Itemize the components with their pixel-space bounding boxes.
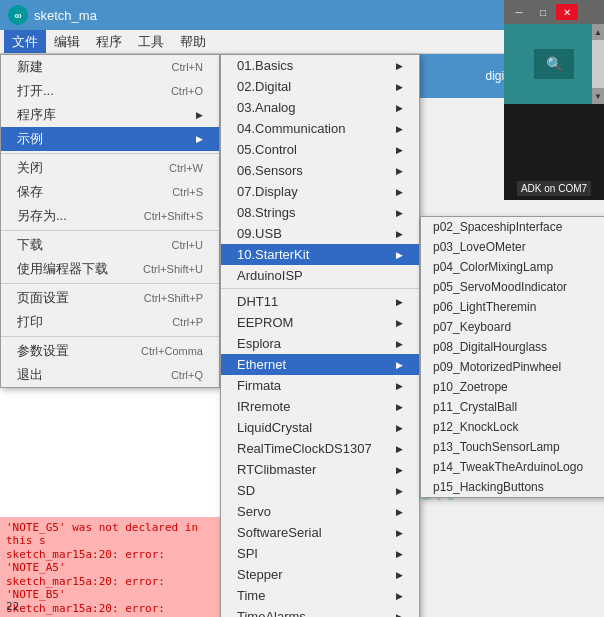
sep-3 <box>1 283 219 284</box>
example-05-control[interactable]: 05.Control <box>221 139 419 160</box>
error-area: 'NOTE_G5' was not declared in this s ske… <box>0 517 225 617</box>
example-07-display[interactable]: 07.Display <box>221 181 419 202</box>
sep-4 <box>1 336 219 337</box>
examples-sep-1 <box>221 288 419 289</box>
sw-close[interactable]: ✕ <box>556 4 578 20</box>
menu-close[interactable]: 关闭 Ctrl+W <box>1 156 219 180</box>
menu-save-as[interactable]: 另存为... Ctrl+Shift+S <box>1 204 219 228</box>
example-softwareserial[interactable]: SoftwareSerial <box>221 522 419 543</box>
sep-1 <box>1 153 219 154</box>
example-firmata[interactable]: Firmata <box>221 375 419 396</box>
error-title: 'NOTE_G5' was not declared in this s <box>6 521 219 547</box>
line-number: 22 <box>6 600 19 613</box>
menu-file[interactable]: 文件 <box>4 30 46 53</box>
menu-page-setup-shortcut: Ctrl+Shift+P <box>144 292 203 304</box>
example-spi[interactable]: SPI <box>221 543 419 564</box>
title-text: sketch_ma <box>34 8 514 23</box>
sw-search-button[interactable]: 🔍 <box>534 49 574 79</box>
example-arduinoisp[interactable]: ArduinoISP <box>221 265 419 286</box>
example-10-starterkit[interactable]: 10.StarterKit <box>221 244 419 265</box>
menu-save-shortcut: Ctrl+S <box>172 186 203 198</box>
second-window-bottom: ADK on COM7 <box>504 104 604 200</box>
menu-library[interactable]: 程序库 <box>1 103 219 127</box>
menu-upload-label: 下载 <box>17 236 43 254</box>
title-icon: ∞ <box>8 5 28 25</box>
sk-p13[interactable]: p13_TouchSensorLamp <box>421 437 604 457</box>
menu-page-setup[interactable]: 页面设置 Ctrl+Shift+P <box>1 286 219 310</box>
sw-minimize[interactable]: ─ <box>508 4 530 20</box>
menu-examples[interactable]: 示例 <box>1 127 219 151</box>
menu-save[interactable]: 保存 Ctrl+S <box>1 180 219 204</box>
menu-new-shortcut: Ctrl+N <box>172 61 203 73</box>
example-01-basics[interactable]: 01.Basics <box>221 55 419 76</box>
example-rtcds1307[interactable]: RealTimeClockDS1307 <box>221 438 419 459</box>
sk-p10[interactable]: p10_Zoetrope <box>421 377 604 397</box>
example-ethernet[interactable]: Ethernet <box>221 354 419 375</box>
menu-upload-prog-shortcut: Ctrl+Shift+U <box>143 263 203 275</box>
file-menu-dropdown: 新建 Ctrl+N 打开... Ctrl+O 程序库 示例 关闭 Ctrl+W … <box>0 54 220 388</box>
second-window: ─ □ ✕ 🔍 ▲ ▼ ADK on COM7 <box>504 0 604 200</box>
menu-new[interactable]: 新建 Ctrl+N <box>1 55 219 79</box>
example-09-usb[interactable]: 09.USB <box>221 223 419 244</box>
menu-new-label: 新建 <box>17 58 43 76</box>
example-04-communication[interactable]: 04.Communication <box>221 118 419 139</box>
example-timealarms[interactable]: TimeAlarms <box>221 606 419 617</box>
sw-scroll-down[interactable]: ▼ <box>592 88 604 104</box>
sk-p06[interactable]: p06_LightTheremin <box>421 297 604 317</box>
sk-p11[interactable]: p11_CrystalBall <box>421 397 604 417</box>
second-window-titlebar: ─ □ ✕ <box>504 0 604 24</box>
example-irremote[interactable]: IRremote <box>221 396 419 417</box>
sk-p08[interactable]: p08_DigitalHourglass <box>421 337 604 357</box>
sw-scroll-up[interactable]: ▲ <box>592 24 604 40</box>
example-03-analog[interactable]: 03.Analog <box>221 97 419 118</box>
sw-maximize[interactable]: □ <box>532 4 554 20</box>
menu-upload-programmer[interactable]: 使用编程器下载 Ctrl+Shift+U <box>1 257 219 281</box>
example-rtclibmaster[interactable]: RTClibmaster <box>221 459 419 480</box>
example-sd[interactable]: SD <box>221 480 419 501</box>
menu-quit[interactable]: 退出 Ctrl+Q <box>1 363 219 387</box>
example-02-digital[interactable]: 02.Digital <box>221 76 419 97</box>
sk-p03[interactable]: p03_LoveOMeter <box>421 237 604 257</box>
example-liquidcrystal[interactable]: LiquidCrystal <box>221 417 419 438</box>
sk-p07[interactable]: p07_Keyboard <box>421 317 604 337</box>
menu-save-as-shortcut: Ctrl+Shift+S <box>144 210 203 222</box>
menu-quit-label: 退出 <box>17 366 43 384</box>
sk-p02[interactable]: p02_SpaceshipInterface <box>421 217 604 237</box>
sk-p04[interactable]: p04_ColorMixingLamp <box>421 257 604 277</box>
menu-close-shortcut: Ctrl+W <box>169 162 203 174</box>
sep-2 <box>1 230 219 231</box>
sk-p15[interactable]: p15_HackingButtons <box>421 477 604 497</box>
menu-help[interactable]: 帮助 <box>172 30 214 53</box>
sk-p12[interactable]: p12_KnockLock <box>421 417 604 437</box>
menu-open[interactable]: 打开... Ctrl+O <box>1 79 219 103</box>
menu-preferences-label: 参数设置 <box>17 342 69 360</box>
menu-open-label: 打开... <box>17 82 54 100</box>
menu-preferences[interactable]: 参数设置 Ctrl+Comma <box>1 339 219 363</box>
menu-save-as-label: 另存为... <box>17 207 67 225</box>
menu-library-label: 程序库 <box>17 106 56 124</box>
example-stepper[interactable]: Stepper <box>221 564 419 585</box>
menu-upload[interactable]: 下载 Ctrl+U <box>1 233 219 257</box>
example-06-sensors[interactable]: 06.Sensors <box>221 160 419 181</box>
sk-p14[interactable]: p14_TweakTheArduinoLogo <box>421 457 604 477</box>
example-esplora[interactable]: Esplora <box>221 333 419 354</box>
sk-p05[interactable]: p05_ServoMoodIndicator <box>421 277 604 297</box>
sk-p09[interactable]: p09_MotorizedPinwheel <box>421 357 604 377</box>
example-dht11[interactable]: DHT11 <box>221 291 419 312</box>
menu-print-shortcut: Ctrl+P <box>172 316 203 328</box>
example-eeprom[interactable]: EEPROM <box>221 312 419 333</box>
example-time[interactable]: Time <box>221 585 419 606</box>
menu-open-shortcut: Ctrl+O <box>171 85 203 97</box>
menu-tools[interactable]: 工具 <box>130 30 172 53</box>
example-servo[interactable]: Servo <box>221 501 419 522</box>
error-line-3: sketch_mar15a:20: error: 'NOTE_C6' <box>6 602 219 617</box>
menu-page-setup-label: 页面设置 <box>17 289 69 307</box>
menu-edit[interactable]: 编辑 <box>46 30 88 53</box>
menu-program[interactable]: 程序 <box>88 30 130 53</box>
sw-scrollbar[interactable]: ▲ ▼ <box>592 24 604 104</box>
menu-upload-shortcut: Ctrl+U <box>172 239 203 251</box>
example-08-strings[interactable]: 08.Strings <box>221 202 419 223</box>
arduino-logo: ∞ <box>8 5 28 25</box>
menu-print[interactable]: 打印 Ctrl+P <box>1 310 219 334</box>
error-line-1: sketch_mar15a:20: error: 'NOTE_A5' <box>6 548 219 574</box>
